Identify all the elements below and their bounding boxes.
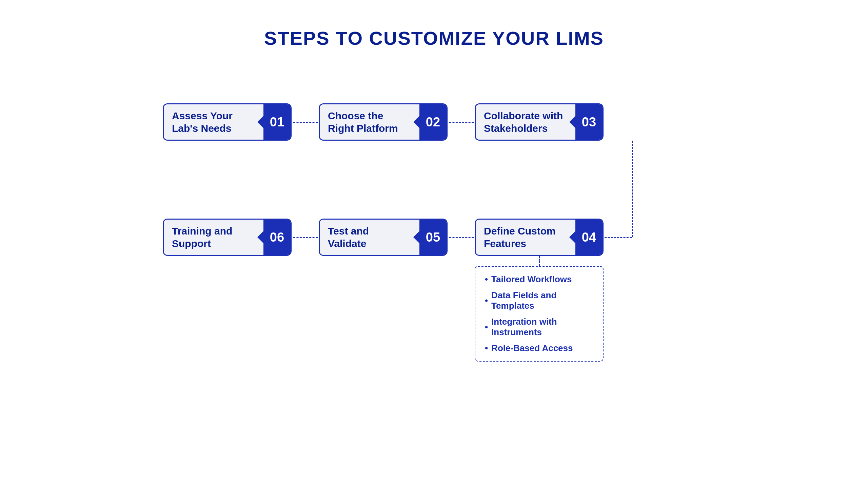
step-03-number: 03 [575, 104, 603, 140]
step-06-text: Training andSupport [164, 220, 263, 255]
step-03-label: Collaborate withStakeholders [484, 109, 563, 135]
step-card-03: Collaborate withStakeholders 03 [475, 103, 604, 141]
connector-04-05 [449, 237, 474, 238]
connector-right-down [632, 141, 633, 237]
step-04-text: Define CustomFeatures [476, 220, 575, 255]
step-card-04: Define CustomFeatures 04 [475, 219, 604, 256]
step-05-text: Test andValidate [320, 220, 419, 255]
step-card-01: Assess YourLab's Needs 01 [163, 103, 292, 141]
page-title: STEPS TO CUSTOMIZE YOUR LIMS [264, 27, 604, 49]
step-05-number: 05 [419, 220, 447, 255]
tooltip-item-3: Integration with Instruments [485, 317, 593, 338]
step-02-label: Choose theRight Platform [328, 109, 398, 135]
step-06-label: Training andSupport [172, 225, 232, 250]
step-04-number: 04 [575, 220, 603, 255]
tooltip-item-2: Data Fields and Templates [485, 290, 593, 311]
step-01-text: Assess YourLab's Needs [164, 104, 263, 140]
step-03-text: Collaborate withStakeholders [476, 104, 575, 140]
step-04-label: Define CustomFeatures [484, 225, 556, 250]
connector-04-tooltip [539, 256, 540, 266]
tooltip-box: Tailored Workflows Data Fields and Templ… [475, 266, 604, 362]
step-01-label: Assess YourLab's Needs [172, 109, 233, 135]
tooltip-item-4: Role-Based Access [485, 343, 593, 353]
connector-02-03 [449, 122, 474, 123]
step-05-label: Test andValidate [328, 225, 369, 250]
connector-05-06 [293, 237, 318, 238]
connector-top-to-04 [605, 237, 632, 238]
step-01-number: 01 [263, 104, 291, 140]
tooltip-item-1: Tailored Workflows [485, 274, 593, 285]
step-card-06: Training andSupport 06 [163, 219, 292, 256]
step-02-number: 02 [419, 104, 447, 140]
step-card-02: Choose theRight Platform 02 [319, 103, 448, 141]
step-02-text: Choose theRight Platform [320, 104, 419, 140]
connector-01-02 [293, 122, 318, 123]
step-06-number: 06 [263, 220, 291, 255]
diagram-container: Assess YourLab's Needs 01 Choose theRigh… [163, 83, 705, 388]
step-card-05: Test andValidate 05 [319, 219, 448, 256]
